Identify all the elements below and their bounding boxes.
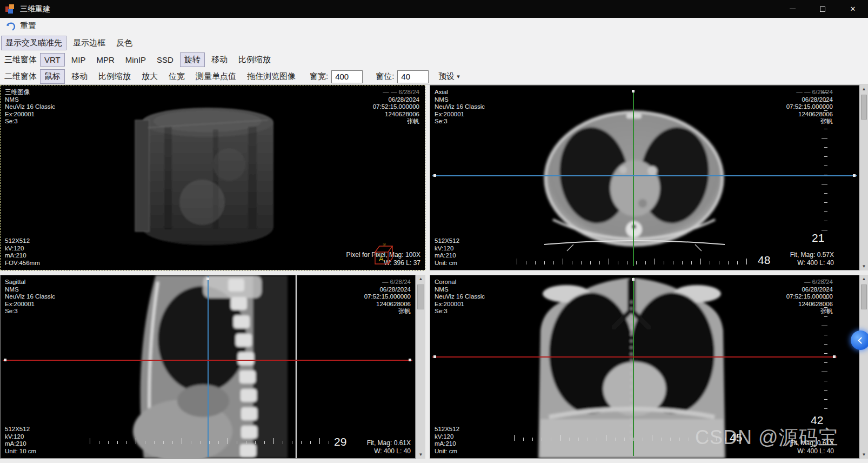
viewport-3d-vrt[interactable]: 三维图像 NMS NeuViz 16 Classic Ex:200001 Se:… [0,85,425,270]
mouse-button[interactable]: 鼠标 [40,69,65,84]
close-icon: ✕ [850,5,856,13]
study-time: 07:52:15.000000 [786,293,833,301]
overlay-line: 512X512 [5,237,40,245]
viewport-sagittal[interactable]: Sagittal NMS NeuViz 16 Classic Ex:200001… [0,275,416,459]
crosshair-handle[interactable] [206,277,209,280]
preset-dropdown[interactable]: 预设 ▾ [438,71,460,82]
scroll-up-icon[interactable]: ▲ [860,85,868,93]
crosshair-handle[interactable] [853,174,856,177]
window-width-label: 窗宽: [310,71,328,82]
scale-2d-button[interactable]: 比例缩放 [94,69,135,84]
view-title: Coronal [435,279,485,286]
sagittal-ct-image [122,275,306,458]
ruler-length-label: 29 [334,435,346,448]
study-date: 06/28/2024 [364,286,411,294]
overlay-line: Unit: 10 cm [5,448,36,455]
scroll-up-icon[interactable]: ▲ [860,275,868,283]
reset-button[interactable]: 重置 [5,21,36,31]
scroll-down-icon[interactable]: ▼ [860,262,868,270]
sagittal-slice-scrollbar[interactable]: ▲ ▼ [416,275,425,459]
view-title: Axial [435,89,485,96]
toggle-crosshair-button[interactable]: 显示交叉瞄准先 [1,36,66,50]
maximize-button[interactable] [807,0,838,18]
viewport-axial[interactable]: Axial NMS NeuViz 16 Classic Ex:200001 Se… [430,85,859,270]
window-level-input[interactable] [397,70,429,83]
overlay-line: NeuViz 16 Classic [435,293,485,301]
overlay-line: NMS [5,96,55,104]
mip-button[interactable]: MIP [67,53,90,67]
scale-ruler-horizontal [90,438,331,444]
accession-number: 1240628006 [373,111,419,118]
measure-point-button[interactable]: 测量单点值 [191,69,241,84]
magnify-button[interactable]: 放大 [137,69,162,84]
scrollbar-thumb[interactable] [861,95,867,120]
panel-toggle-button[interactable] [851,330,868,350]
crosshair-vertical-green[interactable] [633,90,634,266]
overlay-line: NeuViz 16 Classic [5,293,55,301]
crosshair-handle[interactable] [409,359,411,361]
maximize-icon [820,6,825,12]
axial-slice-scrollbar[interactable]: ▲ ▼ [859,85,868,270]
overlay-line: — 6/28/24 [364,279,411,286]
overlay-line: Se:3 [5,308,55,315]
crosshair-vertical-blue[interactable] [208,276,209,457]
overlay-line: NMS [435,286,485,294]
viewport-divider-horizontal[interactable] [0,270,868,275]
patient-name: 张帆 [364,308,411,315]
reset-label: 重置 [20,21,36,31]
scroll-up-icon[interactable]: ▲ [416,275,425,283]
overlay-line: kV:120 [435,433,459,441]
crosshair-horizontal-blue[interactable] [432,175,857,176]
vrt-button[interactable]: VRT [40,53,65,67]
app-window: 三维重建 ✕ 重置 显示交叉瞄准先 显示边框 反色 三维窗体 VRT MI [0,0,868,463]
overlay-line: Se:3 [435,118,485,125]
minimize-button[interactable] [777,0,807,18]
move-3d-button[interactable]: 移动 [207,52,232,67]
scrollbar-thumb[interactable] [861,285,867,309]
study-date: 06/28/2024 [373,96,419,104]
crosshair-handle[interactable] [433,174,436,177]
toolbar: 重置 显示交叉瞄准先 显示边框 反色 三维窗体 VRT MIP MPR MinI… [0,18,868,85]
overlay-line: NMS [5,286,55,294]
minip-button[interactable]: MinIP [121,53,150,67]
overlay-line: — — 6/28/24 [786,89,833,96]
study-time: 07:52:15.000000 [373,103,419,111]
crosshair-horizontal-red[interactable] [3,360,412,361]
crosshair-handle[interactable] [433,355,436,358]
overlay-line: Se:3 [435,308,485,315]
minimize-icon [790,9,796,9]
crosshair-handle[interactable] [632,278,635,281]
crosshair-handle[interactable] [632,90,635,92]
overlay-line: Ex:200001 [435,111,485,118]
crosshair-vertical-green[interactable] [633,277,634,456]
crosshair-handle[interactable] [4,359,6,361]
crosshair-handle[interactable] [833,355,836,358]
coronal-slice-scrollbar[interactable]: ▲ ▼ [859,275,868,459]
toggle-border-button[interactable]: 显示边框 [69,36,110,50]
mpr-button[interactable]: MPR [92,53,118,67]
bit-width-button[interactable]: 位宽 [164,69,189,84]
window-width-input[interactable] [331,70,363,83]
scroll-down-icon[interactable]: ▼ [860,451,868,459]
move-2d-button[interactable]: 移动 [67,69,92,84]
orientation-cube-icon[interactable]: A ☉ ♪ [369,241,395,268]
crosshair-horizontal-red[interactable] [432,356,837,358]
overlay-line: Ex:200001 [5,111,55,118]
overlay-line: NeuViz 16 Classic [5,103,55,111]
scrollbar-thumb[interactable] [417,285,424,309]
study-time: 07:52:15.000000 [786,103,833,111]
preset-label: 预设 [438,71,455,82]
vrt-volume-render [132,105,283,248]
ssd-button[interactable]: SSD [152,53,178,67]
zoom-info: Fit, Mag: 0.61X [367,439,411,447]
close-button[interactable]: ✕ [838,0,868,18]
scroll-down-icon[interactable]: ▼ [416,451,425,459]
invert-color-button[interactable]: 反色 [112,36,137,50]
scale-3d-button[interactable]: 比例缩放 [234,52,275,67]
drag-browse-button[interactable]: 拖住浏览图像 [243,69,300,84]
overlay-line: NMS [435,96,485,104]
overlay-line: kV:120 [5,245,40,253]
overlay-line: — 6/28/24 [786,279,833,286]
rotate-button[interactable]: 旋转 [180,52,205,67]
titlebar: 三维重建 ✕ [0,0,868,18]
